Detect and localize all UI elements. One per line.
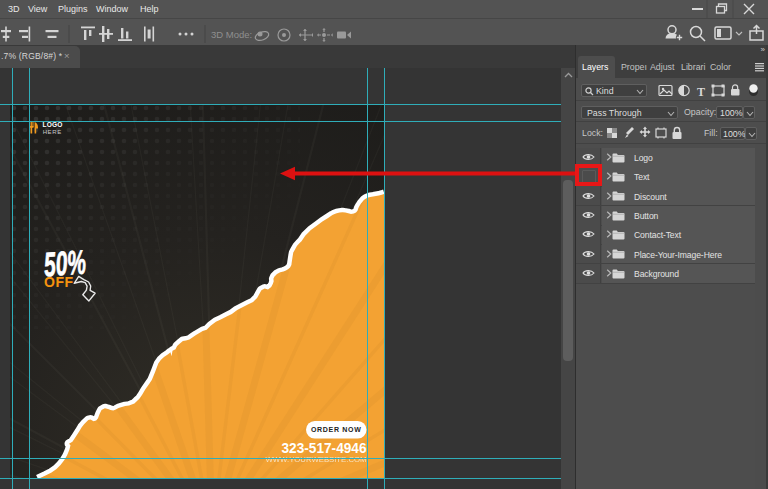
svg-text:323-517-4946: 323-517-4946 (282, 440, 367, 456)
svg-text:OFF: OFF (44, 274, 74, 290)
svg-text:LOGO: LOGO (43, 121, 63, 128)
svg-text:HERE: HERE (43, 129, 62, 135)
svg-text:3D Mode:: 3D Mode: (211, 29, 252, 40)
svg-text:WWW.YOURWEBSITE.COM: WWW.YOURWEBSITE.COM (266, 455, 367, 464)
svg-text:T: T (697, 85, 705, 99)
svg-text:ORDER NOW: ORDER NOW (311, 426, 362, 433)
